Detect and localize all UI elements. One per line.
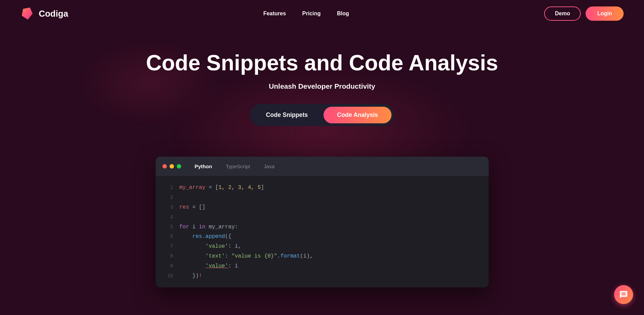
code-snippets-button[interactable]: Code Snippets [253,107,321,123]
nav-blog[interactable]: Blog [337,11,349,17]
line-content-5: for i in my_array: [179,222,238,232]
code-line-10: 10 })! [156,271,489,281]
line-content-3: res = [] [179,203,206,212]
hero-buttons: Code Snippets Code Analysis [250,104,395,126]
window-dots [162,164,181,169]
code-analysis-button[interactable]: Code Analysis [324,107,392,123]
line-content-4 [179,212,183,222]
hero-section: Code Snippets and Code Analysis Unleash … [0,27,644,157]
line-content-7: 'value': i, [179,242,241,251]
line-content-8: 'text': "value is {0}".format(i), [179,251,313,261]
logo-area[interactable]: Codiga [20,6,68,21]
line-num-10: 10 [162,272,173,281]
nav-links: Features Pricing Blog [263,11,349,17]
code-titlebar: Python TypeScript Java [156,157,489,176]
hero-subtitle: Unleash Developer Productivity [7,82,637,90]
line-num-6: 6 [162,232,173,241]
line-content-1: my_array = [1, 2, 3, 4, 5] [179,183,264,193]
code-line-2: 2 [156,193,489,203]
code-window-wrapper: Python TypeScript Java 1 my_array = [1, … [149,157,495,287]
nav-buttons: Demo Login [544,6,624,21]
svg-marker-0 [22,7,33,20]
line-num-2: 2 [162,193,173,202]
line-num-8: 8 [162,252,173,261]
code-window: Python TypeScript Java 1 my_array = [1, … [156,157,489,287]
line-num-7: 7 [162,242,173,251]
line-content-2 [179,193,183,203]
line-content-9: 'value': i [179,261,238,271]
code-line-1: 1 my_array = [1, 2, 3, 4, 5] [156,183,489,193]
code-line-3: 3 res = [] [156,203,489,212]
line-num-3: 3 [162,203,173,212]
code-line-4: 4 [156,212,489,222]
code-line-5: 5 for i in my_array: [156,222,489,232]
line-content-10: })! [179,271,202,281]
brand-name: Codiga [39,9,68,19]
tab-python[interactable]: Python [188,161,219,171]
nav-features[interactable]: Features [263,11,286,17]
chat-bubble[interactable] [614,285,633,304]
tab-typescript[interactable]: TypeScript [219,161,257,171]
code-line-7: 7 'value': i, [156,242,489,251]
line-num-1: 1 [162,183,173,192]
logo-icon [20,6,35,21]
code-body: 1 my_array = [1, 2, 3, 4, 5] 2 3 res = [… [156,176,489,287]
navbar: Codiga Features Pricing Blog Demo Login [0,0,644,27]
line-num-5: 5 [162,223,173,232]
line-content-6: res.append({ [179,232,232,242]
dot-green [177,164,181,169]
code-line-8: 8 'text': "value is {0}".format(i), [156,251,489,261]
dot-red [162,164,167,169]
hero-title: Code Snippets and Code Analysis [7,51,637,75]
nav-pricing[interactable]: Pricing [302,11,320,17]
chat-icon [619,290,628,299]
code-tabs: Python TypeScript Java [188,161,281,171]
login-button[interactable]: Login [586,6,624,21]
line-num-4: 4 [162,213,173,222]
dot-yellow [170,164,174,169]
line-num-9: 9 [162,262,173,271]
demo-button[interactable]: Demo [544,6,581,21]
tab-java[interactable]: Java [257,161,281,171]
code-line-6: 6 res.append({ [156,232,489,242]
code-line-9: 9 'value': i [156,261,489,271]
